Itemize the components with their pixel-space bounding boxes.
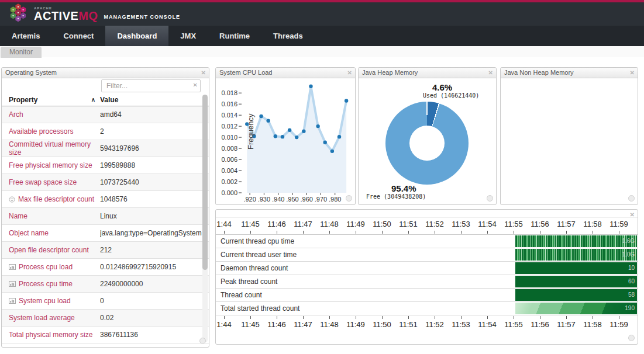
resize-handle[interactable] — [346, 195, 352, 202]
svg-text:.920: .920 — [243, 196, 256, 203]
property-value: 0.012486992715920915 — [100, 263, 209, 271]
time-tick-label: 11:46 — [267, 320, 286, 329]
property-link[interactable]: Open file descriptor count — [2, 246, 100, 254]
free-percent-label: 95.4% — [391, 183, 416, 193]
table-row: System load average0.02 — [2, 310, 209, 327]
filter-row: ✕ — [2, 78, 209, 93]
time-tick-label: 11:55 — [504, 320, 523, 329]
time-tick-label: 11:58 — [583, 320, 602, 329]
property-value: 0.02 — [100, 314, 209, 322]
property-value: java.lang:type=OperatingSystem — [100, 229, 209, 237]
property-link[interactable]: Committed virtual memory size — [2, 140, 100, 157]
time-tick-label: 1:44 — [216, 220, 231, 228]
property-link[interactable]: Object name — [2, 229, 100, 237]
nav-tab-artemis[interactable]: Artemis — [0, 26, 51, 46]
tick-mark — [250, 231, 251, 234]
tick-mark — [435, 231, 435, 234]
panel-system-cpu-load: System CPU Load ✕ 0.0000.0020.0040.0060.… — [215, 67, 356, 205]
svg-text:.940: .940 — [272, 196, 284, 203]
close-icon[interactable]: ✕ — [488, 68, 493, 78]
scrollbar-thumb[interactable] — [202, 95, 208, 270]
tick-mark — [277, 231, 277, 234]
metric-label: Daemon thread count — [221, 264, 288, 272]
property-link[interactable]: Available processors — [2, 127, 100, 136]
svg-text:0.008: 0.008 — [221, 145, 237, 152]
metric-value: 1.6G — [622, 238, 635, 244]
tick-mark — [619, 231, 619, 234]
property-link[interactable]: System load average — [2, 314, 100, 322]
tick-mark — [382, 231, 383, 234]
heap-donut-chart: 4.6% Used (146621440) 95.4% Free (304943… — [359, 78, 496, 204]
tab-monitor[interactable]: Monitor — [1, 47, 42, 58]
property-link[interactable]: Free swap space size — [2, 178, 100, 186]
filter-input[interactable] — [101, 79, 201, 92]
table-row: Max file descriptor count1048576 — [2, 191, 209, 208]
time-tick-label: 11:54 — [478, 220, 497, 228]
metric-bar — [515, 289, 637, 301]
column-value[interactable]: Value — [100, 96, 209, 104]
tick-mark — [408, 316, 409, 319]
nav-tab-jmx[interactable]: JMX — [168, 26, 208, 46]
resize-handle[interactable] — [628, 335, 635, 341]
nav-tab-dashboard[interactable]: Dashboard — [105, 26, 168, 46]
property-link[interactable]: Max file descriptor count — [2, 195, 100, 203]
nav-tab-runtime[interactable]: Runtime — [208, 26, 261, 46]
table-row: Open file descriptor count212 — [2, 242, 209, 259]
property-value: 22490000000 — [100, 280, 209, 288]
property-link[interactable]: Free physical memory size — [2, 161, 100, 169]
property-link[interactable]: Process cpu time — [2, 280, 100, 288]
panel-title-label: System CPU Load — [219, 69, 272, 76]
resize-handle[interactable] — [199, 338, 206, 344]
property-value: 2 — [100, 127, 209, 136]
table-row: Process cpu time22490000000 — [2, 276, 209, 293]
panel-operating-system: Operating System ✕ ✕ Property ∧ Value Ar… — [1, 67, 209, 348]
tick-mark — [461, 316, 462, 319]
svg-text:0.010: 0.010 — [221, 134, 237, 141]
thread-rows: Current thread cpu time1.6GCurrent threa… — [216, 234, 638, 315]
property-value: 5943197696 — [100, 144, 209, 152]
sub-nav: Monitor — [0, 46, 644, 57]
donut-hole — [409, 126, 445, 161]
column-property[interactable]: Property ∧ — [2, 96, 100, 104]
clear-filter-icon[interactable]: ✕ — [193, 82, 198, 88]
metric-label: Total started thread count — [221, 304, 299, 313]
time-tick-label: 11:45 — [241, 220, 260, 228]
panel-title: Java Non Heap Memory ✕ — [501, 68, 638, 78]
tick-mark — [514, 316, 514, 319]
scrollbar[interactable] — [202, 95, 208, 342]
tick-mark — [303, 231, 304, 234]
close-icon[interactable]: ✕ — [347, 68, 352, 78]
property-link[interactable]: Name — [2, 212, 100, 220]
column-property-label: Property — [9, 96, 37, 104]
time-tick-label: 11:48 — [320, 320, 339, 329]
table-row: System cpu load0 — [2, 293, 209, 310]
metric-value: 1.0G — [622, 251, 635, 258]
panel-java-non-heap-memory: Java Non Heap Memory ✕ — [500, 67, 638, 205]
metric-bar — [515, 262, 637, 274]
thread-metric-row: Thread count58 — [216, 289, 638, 302]
metric-value: 58 — [628, 291, 635, 298]
tick-mark — [461, 231, 462, 234]
time-tick-label: 11:56 — [531, 320, 549, 329]
time-tick-label: 11:59 — [609, 220, 628, 228]
time-tick-label: 11:53 — [452, 320, 470, 329]
svg-text:.970: .970 — [315, 196, 327, 203]
property-value: Linux — [100, 212, 209, 220]
time-tick-label: 11:52 — [425, 320, 444, 329]
property-link[interactable]: Process cpu load — [2, 263, 100, 271]
tick-mark — [619, 316, 619, 319]
tick-mark — [540, 316, 540, 319]
property-link[interactable]: Total physical memory size — [2, 331, 100, 339]
close-icon[interactable]: ✕ — [201, 68, 206, 78]
cpu-line-chart: 0.0000.0020.0040.0060.0080.0100.0120.014… — [216, 78, 355, 203]
nav-tab-connect[interactable]: Connect — [51, 26, 105, 46]
resize-handle[interactable] — [628, 195, 635, 202]
nav-tab-threads[interactable]: Threads — [261, 26, 315, 46]
property-link[interactable]: System cpu load — [2, 297, 100, 305]
metric-label: Thread count — [221, 291, 262, 299]
tick-mark — [593, 231, 593, 234]
resize-handle[interactable] — [487, 195, 493, 202]
close-icon[interactable]: ✕ — [630, 68, 635, 78]
tick-mark — [382, 316, 383, 319]
property-link[interactable]: Arch — [2, 110, 100, 119]
